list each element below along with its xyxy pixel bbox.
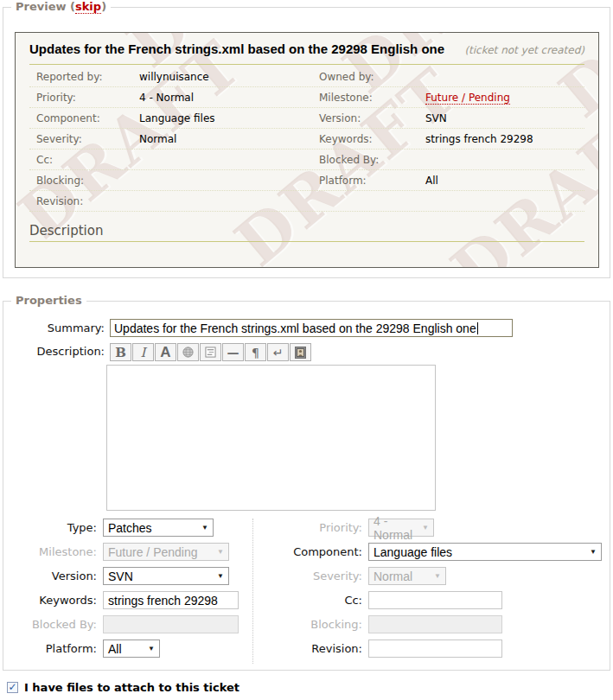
table-row: Component: Language files Version: SVN xyxy=(29,108,584,129)
platform-value: All xyxy=(108,642,122,656)
milestone-label: Milestone: xyxy=(3,545,97,558)
priority-select: 4 - Normal ▼ xyxy=(368,519,434,537)
field-value: All xyxy=(425,175,584,187)
blocked-by-input xyxy=(103,615,239,633)
component-value: Language files xyxy=(374,545,452,559)
heading-icon: A xyxy=(160,344,170,361)
preview-legend: Preview (skip) xyxy=(11,0,111,13)
blocking-input xyxy=(368,615,502,633)
field-value: 4 - Normal xyxy=(139,92,312,104)
title-divider xyxy=(29,64,584,65)
field-value: Normal xyxy=(139,133,312,145)
line-break-icon: ↵ xyxy=(273,346,284,360)
properties-legend: Properties xyxy=(11,294,86,307)
attach-files-checkbox[interactable]: ✓ xyxy=(7,682,18,693)
description-divider xyxy=(29,241,584,242)
version-value: SVN xyxy=(108,570,133,583)
paragraph-icon: ¶ xyxy=(252,346,259,360)
table-row: Revision: xyxy=(29,191,584,212)
chevron-down-icon: ▼ xyxy=(148,645,155,652)
version-select[interactable]: SVN ▼ xyxy=(103,567,229,585)
summary-label: Summary: xyxy=(8,321,105,334)
horizontal-rule-icon: — xyxy=(227,346,239,360)
table-row: Priority: 4 - Normal Milestone: Future /… xyxy=(29,87,584,108)
milestone-select: Future / Pending ▼ xyxy=(103,543,229,561)
field-label: Blocking: xyxy=(29,175,139,187)
description-label: Description: xyxy=(8,345,105,358)
platform-label: Platform: xyxy=(3,642,97,655)
new-paragraph-button[interactable]: ¶ xyxy=(245,343,266,361)
field-value: willynuisance xyxy=(139,71,312,83)
field-label: Keywords: xyxy=(312,133,425,145)
ticket-preview-box: DRAFT DRAFT DRAFT DRAFT DRAFT DRAFT Upda… xyxy=(15,32,599,268)
right-field-column: Priority: 4 - Normal ▼ Component: Langua… xyxy=(252,519,610,664)
keywords-label: Keywords: xyxy=(3,594,97,607)
chevron-down-icon: ▼ xyxy=(422,524,429,531)
type-value: Patches xyxy=(108,521,152,535)
revision-input[interactable] xyxy=(368,640,502,658)
properties-fieldset: Properties Summary: Updates for the Fren… xyxy=(3,301,610,671)
field-value: SVN xyxy=(425,112,584,124)
revision-label: Revision: xyxy=(253,642,362,655)
field-label: Owned by: xyxy=(312,71,425,83)
preview-legend-suffix: ) xyxy=(101,0,106,13)
severity-label: Severity: xyxy=(253,570,362,582)
chevron-down-icon: ▼ xyxy=(217,572,224,580)
bold-button[interactable]: B xyxy=(110,343,131,361)
field-value: Language files xyxy=(139,112,312,124)
version-label: Version: xyxy=(3,570,97,582)
italic-icon: I xyxy=(141,345,146,360)
table-row: Blocking: Platform: All xyxy=(29,170,584,191)
text-caret xyxy=(477,322,478,334)
field-value: strings french 29298 xyxy=(425,133,584,145)
keywords-input[interactable] xyxy=(103,591,239,609)
type-select[interactable]: Patches ▼ xyxy=(103,519,214,537)
italic-button[interactable]: I xyxy=(132,343,154,361)
blocking-label: Blocking: xyxy=(253,618,362,631)
field-label: Reported by: xyxy=(29,71,139,83)
image-button[interactable] xyxy=(290,343,311,361)
chevron-down-icon: ▼ xyxy=(217,548,224,556)
milestone-link[interactable]: Future / Pending xyxy=(425,92,510,105)
ticket-not-created-hint: (ticket not yet created) xyxy=(464,44,584,56)
cc-input[interactable] xyxy=(368,591,502,609)
field-label: Revision: xyxy=(29,195,139,207)
wiki-toolbar: B I A — ¶ ↵ xyxy=(110,343,312,361)
summary-input[interactable]: Updates for the French strings.xml based… xyxy=(110,319,513,337)
skip-link[interactable]: skip xyxy=(75,0,101,14)
chevron-down-icon: ▼ xyxy=(434,572,441,580)
field-label: Blocked By: xyxy=(312,154,425,166)
component-select[interactable]: Language files ▼ xyxy=(368,543,602,561)
table-row: Reported by: willynuisance Owned by: xyxy=(29,67,584,87)
horizontal-rule-button[interactable]: — xyxy=(222,343,244,361)
check-icon: ✓ xyxy=(8,682,16,692)
attach-files-label: I have files to attach to this ticket xyxy=(24,681,239,694)
summary-value: Updates for the French strings.xml based… xyxy=(114,321,476,335)
field-label: Component: xyxy=(29,112,139,124)
heading-button[interactable]: A xyxy=(155,343,176,361)
severity-value: Normal xyxy=(374,570,412,583)
link-button[interactable] xyxy=(177,343,199,361)
chevron-down-icon: ▼ xyxy=(590,548,597,556)
preview-fieldset: Preview (skip) DRAFT DRAFT DRAFT DRAFT D… xyxy=(3,7,610,278)
component-label: Component: xyxy=(253,545,362,558)
line-break-button[interactable]: ↵ xyxy=(267,343,289,361)
description-textarea[interactable] xyxy=(106,365,436,511)
priority-value: 4 - Normal xyxy=(374,514,417,542)
platform-select[interactable]: All ▼ xyxy=(103,640,160,658)
description-section-header: Description xyxy=(29,223,584,239)
milestone-value: Future / Pending xyxy=(108,545,198,559)
globe-icon xyxy=(182,347,194,358)
table-row: Cc: Blocked By: xyxy=(29,150,584,170)
cc-label: Cc: xyxy=(253,594,362,607)
bold-icon: B xyxy=(115,345,126,360)
ticket-title: Updates for the French strings.xml based… xyxy=(29,41,444,56)
chevron-down-icon: ▼ xyxy=(201,524,208,531)
severity-select: Normal ▼ xyxy=(368,567,446,585)
code-block-icon xyxy=(205,347,216,358)
ticket-fields-table: Reported by: willynuisance Owned by: Pri… xyxy=(29,67,584,212)
code-block-button[interactable] xyxy=(200,343,221,361)
field-label: Cc: xyxy=(29,154,139,166)
blocked-by-label: Blocked By: xyxy=(3,618,97,631)
image-icon xyxy=(295,347,306,359)
